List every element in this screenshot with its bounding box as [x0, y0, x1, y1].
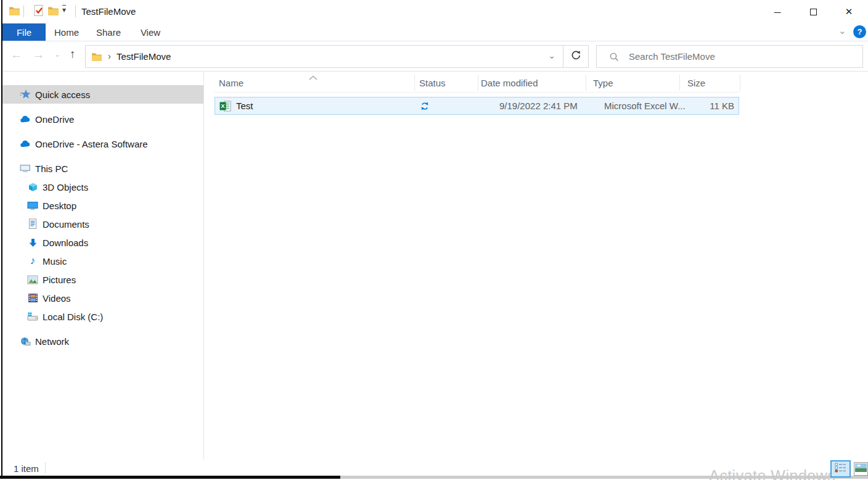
tab-share[interactable]: Share	[88, 23, 129, 41]
column-header-type[interactable]: Type	[593, 78, 613, 88]
search-icon	[609, 52, 620, 65]
sidebar-item-label: Pictures	[43, 275, 76, 285]
sidebar-item-desktop[interactable]: Desktop	[2, 196, 203, 215]
column-divider[interactable]	[478, 75, 478, 91]
sidebar-item-documents[interactable]: Documents	[2, 215, 203, 233]
details-view-icon	[835, 463, 846, 475]
onedrive-cloud-icon	[20, 114, 31, 125]
refresh-icon	[571, 50, 581, 63]
title-bar[interactable]: ▾ TestFileMove ─ ✕	[2, 0, 868, 23]
sidebar-item-quick-access[interactable]: Quick access	[2, 85, 203, 104]
column-header-size[interactable]: Size	[687, 78, 705, 88]
column-divider[interactable]	[679, 75, 680, 91]
document-icon	[27, 218, 38, 230]
tab-home[interactable]: Home	[46, 23, 88, 41]
ribbon-tab-bar: File Home Share View ⌄ ?	[2, 23, 868, 41]
titlebar-separator	[23, 6, 24, 17]
up-button[interactable]: ↑	[70, 48, 76, 60]
sidebar-item-label: Desktop	[43, 201, 76, 211]
maximize-icon	[810, 9, 817, 15]
sidebar-item-pictures[interactable]: Pictures	[2, 270, 203, 289]
large-icons-view-icon	[855, 463, 867, 474]
sidebar-item-label: Local Disk (C:)	[43, 312, 103, 322]
bottom-edge-dark	[0, 476, 340, 479]
music-note-icon: ♪	[27, 255, 38, 267]
sidebar-item-network[interactable]: Network	[2, 332, 203, 350]
header-underline	[215, 92, 740, 93]
file-type: Microsoft Excel W...	[604, 101, 686, 111]
file-size: 11 KB	[710, 101, 734, 111]
sidebar-item-music[interactable]: ♪ Music	[2, 252, 203, 270]
navigation-bar: ← → ⌄ ↑ › TestFileMove ⌄	[2, 41, 868, 71]
back-button[interactable]: ←	[10, 49, 22, 60]
search-input[interactable]: Search TestFileMove	[629, 51, 715, 62]
breadcrumb-location[interactable]: TestFileMove	[117, 51, 171, 62]
sidebar-item-label: Network	[35, 336, 69, 347]
sidebar-item-onedrive-astera[interactable]: OneDrive - Astera Software	[2, 134, 203, 153]
help-icon: ?	[858, 27, 862, 36]
column-header-status[interactable]: Status	[419, 78, 446, 88]
sidebar-item-label: Documents	[43, 219, 89, 230]
address-dropdown-chevron-icon[interactable]: ⌄	[548, 51, 555, 60]
minimize-button[interactable]: ─	[763, 0, 792, 23]
sidebar-item-videos[interactable]: Videos	[2, 289, 203, 307]
film-icon	[27, 292, 38, 304]
network-globe-icon	[20, 336, 31, 347]
sidebar-item-downloads[interactable]: Downloads	[2, 233, 203, 252]
column-header-row: Name Status Date modified Type Size	[204, 72, 868, 93]
sidebar-item-label: OneDrive	[35, 114, 74, 125]
column-divider[interactable]	[414, 75, 415, 91]
qat-properties-button[interactable]	[33, 4, 45, 20]
ribbon-collapse-chevron-icon[interactable]: ⌄	[838, 25, 846, 36]
download-arrow-icon	[27, 237, 38, 248]
details-view-button[interactable]	[830, 460, 851, 478]
activate-windows-watermark: Activate Windows	[709, 467, 835, 480]
sidebar-item-label: OneDrive - Astera Software	[35, 139, 148, 149]
recent-locations-chevron-icon[interactable]: ⌄	[54, 50, 60, 59]
address-bar[interactable]: › TestFileMove ⌄	[85, 45, 563, 68]
sort-ascending-icon	[309, 72, 317, 83]
sidebar-item-3d-objects[interactable]: 3D Objects	[2, 178, 203, 196]
item-count: 1 item	[14, 463, 39, 474]
sync-pending-icon	[420, 101, 430, 114]
picture-icon	[27, 274, 38, 285]
breadcrumb-chevron-icon[interactable]: ›	[108, 51, 111, 61]
sidebar-item-this-pc[interactable]: This PC	[2, 159, 203, 178]
column-header-date-modified[interactable]: Date modified	[481, 78, 538, 88]
close-button[interactable]: ✕	[835, 0, 863, 23]
column-header-name[interactable]: Name	[219, 78, 244, 88]
cube-icon	[27, 181, 38, 192]
help-button[interactable]: ?	[853, 25, 866, 38]
maximize-button[interactable]	[799, 0, 827, 23]
quick-access-star-icon	[20, 89, 31, 100]
computer-icon	[20, 163, 31, 174]
column-divider[interactable]	[740, 75, 740, 91]
window-folder-icon	[9, 6, 20, 19]
sidebar-item-label: 3D Objects	[43, 182, 88, 192]
refresh-button[interactable]	[563, 45, 589, 68]
sidebar-item-local-disk-c[interactable]: Local Disk (C:)	[2, 307, 203, 326]
sidebar-item-onedrive[interactable]: OneDrive	[2, 110, 203, 128]
excel-file-icon: X	[219, 101, 231, 114]
tab-view[interactable]: View	[129, 23, 171, 41]
column-divider[interactable]	[586, 75, 586, 91]
desktop-icon	[27, 200, 38, 211]
large-icons-view-button[interactable]	[854, 462, 868, 476]
sidebar: Quick access OneDrive OneDrive - Astera …	[2, 72, 203, 460]
sidebar-item-label: Music	[43, 256, 67, 267]
file-date-modified: 9/19/2022 2:41 PM	[499, 101, 578, 111]
qat-customize-chevron-icon[interactable]: ▾	[62, 5, 66, 14]
disk-drive-icon	[27, 311, 38, 322]
file-list: Name Status Date modified Type Size X Te…	[204, 72, 868, 460]
svg-text:X: X	[221, 102, 225, 109]
close-icon: ✕	[845, 6, 853, 17]
address-folder-icon	[91, 52, 102, 64]
tab-file[interactable]: File	[2, 23, 46, 41]
window-title: TestFileMove	[81, 6, 136, 17]
forward-button[interactable]: →	[33, 49, 44, 60]
qat-new-folder-button[interactable]	[47, 6, 59, 19]
search-box[interactable]: Search TestFileMove	[596, 45, 863, 68]
table-row[interactable]: X Test 9/19/2022 2:41 PM Microsoft Excel…	[215, 97, 739, 115]
file-name: Test	[236, 101, 253, 111]
minimize-icon: ─	[774, 7, 781, 17]
